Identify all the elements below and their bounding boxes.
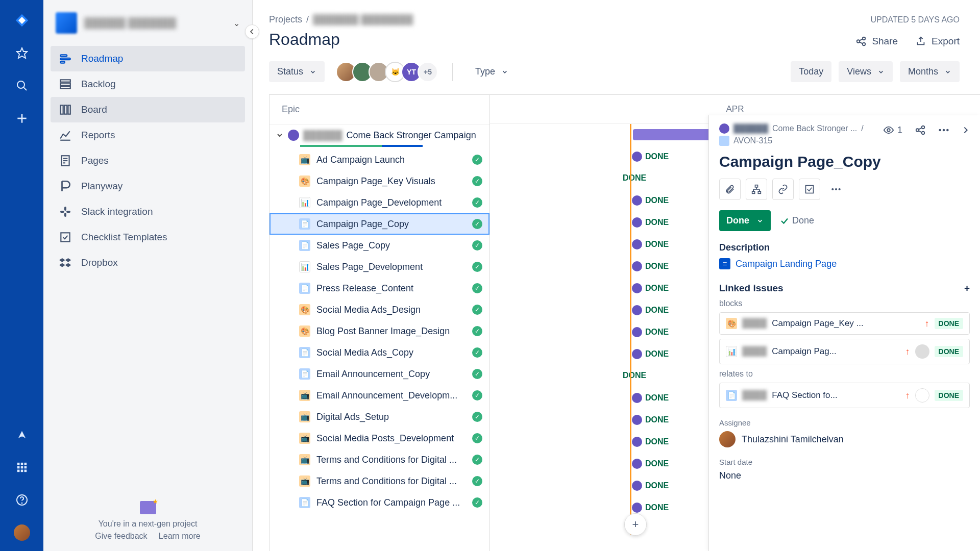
project-caret-icon[interactable]: ⌄ [233, 18, 240, 28]
issue-key[interactable]: AVON-315 [733, 136, 772, 145]
status-badge: DONE [935, 390, 963, 401]
epic-row[interactable]: 📄Press Release_Content✓ [270, 278, 489, 299]
avatar-more[interactable]: +5 [418, 62, 438, 82]
linked-issue-card[interactable]: 📊 ████ Campaign Pag... ↑ DONE [719, 339, 970, 364]
epic-row[interactable]: 📺Social Media Posts_Development✓ [270, 428, 489, 449]
epic-row[interactable]: 📺Ad Campaign Launch✓ [270, 149, 489, 170]
share-icon[interactable] [915, 124, 926, 136]
epic-row[interactable]: 📊Sales Page_Development✓ [270, 256, 489, 278]
epic-group[interactable]: ██████ Come Back Stronger Campaign [270, 124, 489, 146]
svg-rect-56 [806, 186, 814, 193]
checkbox-button[interactable] [799, 179, 820, 200]
svg-rect-31 [60, 211, 64, 213]
epic-row[interactable]: 📄Campaign Page_Copy✓ [270, 213, 489, 235]
status-filter[interactable]: Status [269, 61, 325, 82]
epic-row[interactable]: 📄Email Announcement_Copy✓ [270, 363, 489, 385]
nav-reports[interactable]: Reports [51, 122, 245, 148]
nav-backlog[interactable]: Backlog [51, 71, 245, 97]
issue-title[interactable]: Campaign Page_Copy [719, 153, 970, 170]
nav-roadmap[interactable]: Roadmap [51, 46, 245, 71]
more-tools-button[interactable] [825, 179, 847, 200]
assignee-avatar [632, 217, 642, 228]
attach-button[interactable] [719, 179, 741, 200]
epic-row[interactable]: 📊Campaign Page_Development✓ [270, 192, 489, 213]
epic-row[interactable]: 📺Terms and Conditions for Digital ...✓ [270, 470, 489, 492]
help-icon[interactable] [14, 492, 30, 508]
assignee-avatar [915, 344, 929, 359]
search-icon[interactable] [14, 78, 30, 94]
epic-row[interactable]: 📺Email Announcement_Developm...✓ [270, 385, 489, 406]
export-button[interactable]: Export [915, 36, 960, 47]
epic-row[interactable]: 📺Digital Ads_Setup✓ [270, 406, 489, 428]
epic-row[interactable]: 📄Sales Page_Copy✓ [270, 235, 489, 256]
star-icon[interactable] [14, 45, 30, 61]
type-filter[interactable]: Type [467, 61, 517, 82]
epic-row[interactable]: 📄Social Media Ads_Copy✓ [270, 342, 489, 363]
footer-text: You're in a next-gen project [54, 519, 242, 529]
timeline-done-label: DONE [632, 349, 669, 359]
panel-breadcrumb-epic[interactable]: Come Back Stronger ... [772, 124, 857, 133]
views-dropdown[interactable]: Views [839, 61, 893, 82]
assignee-avatar [632, 349, 642, 359]
learn-more-link[interactable]: Learn more [159, 532, 201, 540]
linked-issue-card[interactable]: 📄 ████ FAQ Section fo... ↑ DONE [719, 383, 970, 408]
check-icon: ✓ [472, 176, 482, 186]
breadcrumb-projects[interactable]: Projects [269, 14, 302, 25]
close-icon[interactable] [962, 124, 970, 136]
nav-planyway[interactable]: Planyway [51, 173, 245, 199]
planyway-icon [59, 180, 72, 193]
timeline-done-label: DONE [632, 261, 669, 271]
avatar-group[interactable]: 🐱 YT +5 [340, 62, 438, 82]
svg-point-42 [922, 126, 925, 129]
linked-issue-card[interactable]: 🎨 ████ Campaign Page_Key ... ↑ DONE [719, 312, 970, 335]
issue-type-icon: 📺 [299, 390, 310, 401]
today-button[interactable]: Today [791, 61, 831, 82]
issue-type-icon: 📺 [299, 433, 310, 444]
svg-point-35 [857, 40, 860, 43]
assignee-field[interactable]: Thulazshini Tamilchelvan [719, 431, 970, 447]
epic-row[interactable]: 📄FAQ Section for Campaign Page ...✓ [270, 492, 489, 513]
epic-row[interactable]: 📺Terms and Conditions for Digital ...✓ [270, 449, 489, 470]
nav-dropbox[interactable]: Dropbox [51, 250, 245, 276]
user-avatar[interactable] [14, 524, 30, 541]
plus-icon[interactable] [14, 110, 30, 127]
issue-type-icon: 📄 [299, 497, 310, 508]
svg-marker-0 [17, 48, 27, 58]
status-dropdown[interactable]: Done [719, 210, 771, 231]
epic-name: Email Announcement_Developm... [316, 390, 457, 401]
svg-line-38 [860, 39, 863, 40]
add-epic-fab[interactable]: + [624, 513, 647, 536]
watch-button[interactable]: 1 [883, 124, 902, 136]
check-icon: ✓ [472, 455, 482, 465]
subtask-button[interactable] [746, 179, 767, 200]
svg-rect-50 [752, 191, 755, 193]
assignee-avatar [632, 459, 642, 469]
issue-type-icon: 📺 [299, 454, 310, 465]
nav-board[interactable]: Board [51, 97, 245, 122]
nav-label: Board [81, 104, 107, 115]
link-button[interactable] [772, 179, 794, 200]
give-feedback-link[interactable]: Give feedback [95, 532, 147, 540]
notification-icon[interactable] [14, 427, 30, 443]
svg-point-58 [835, 188, 837, 190]
assignee-avatar [632, 481, 642, 491]
breadcrumb-project[interactable]: ███████ ████████ [313, 14, 413, 25]
nav-slack[interactable]: Slack integration [51, 199, 245, 224]
nav-pages[interactable]: Pages [51, 148, 245, 173]
nav-label: Pages [81, 155, 109, 166]
epic-row[interactable]: 🎨Campaign Page_Key Visuals✓ [270, 170, 489, 192]
apps-icon[interactable] [14, 459, 30, 475]
epic-row[interactable]: 🎨Blog Post Banner Image_Design✓ [270, 320, 489, 342]
svg-point-43 [922, 132, 925, 135]
start-date-field[interactable]: None [719, 470, 970, 481]
description-doc-link[interactable]: ≡Campaign Landing Page [719, 258, 970, 269]
assignee-label: Assignee [719, 418, 970, 427]
jira-logo-icon[interactable] [14, 12, 30, 29]
epic-row[interactable]: 🎨Social Media Ads_Design✓ [270, 299, 489, 320]
issue-type-icon: 📊 [726, 346, 737, 357]
timescale-dropdown[interactable]: Months [900, 61, 960, 82]
more-icon[interactable] [938, 129, 949, 132]
add-link-button[interactable]: + [964, 283, 970, 294]
share-button[interactable]: Share [855, 36, 898, 47]
nav-checklist[interactable]: Checklist Templates [51, 224, 245, 250]
